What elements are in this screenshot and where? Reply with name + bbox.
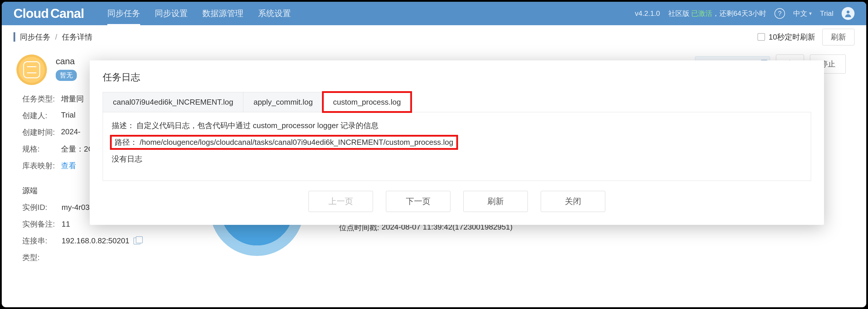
dialog-title: 任务日志 bbox=[90, 60, 824, 92]
log-path-value: /home/clougence/logs/cloudcanal/tasks/ca… bbox=[140, 138, 453, 147]
prev-page-button[interactable]: 上一页 bbox=[309, 191, 373, 212]
dialog-footer: 上一页 下一页 刷新 关闭 bbox=[90, 181, 824, 225]
log-tab-apply-commit[interactable]: apply_commit.log bbox=[243, 92, 323, 112]
log-desc-value: 自定义代码日志，包含代码中通过 custom_processor logger … bbox=[136, 121, 379, 131]
log-tabs: canal07i9u4edi6k_INCREMENT.log apply_com… bbox=[103, 92, 811, 112]
dialog-refresh-button[interactable]: 刷新 bbox=[463, 191, 528, 212]
log-path-label: 路径： bbox=[115, 138, 137, 147]
log-desc-label: 描述： bbox=[112, 121, 134, 131]
dialog-close-button[interactable]: 关闭 bbox=[541, 191, 605, 212]
task-log-dialog: 任务日志 canal07i9u4edi6k_INCREMENT.log appl… bbox=[90, 60, 824, 225]
next-page-button[interactable]: 下一页 bbox=[386, 191, 451, 212]
log-body: 描述： 自定义代码日志，包含代码中通过 custom_processor log… bbox=[103, 112, 811, 181]
log-empty-text: 没有日志 bbox=[112, 154, 142, 164]
log-tab-custom-process[interactable]: custom_process.log bbox=[323, 92, 411, 112]
log-tab-increment[interactable]: canal07i9u4edi6k_INCREMENT.log bbox=[103, 92, 243, 112]
